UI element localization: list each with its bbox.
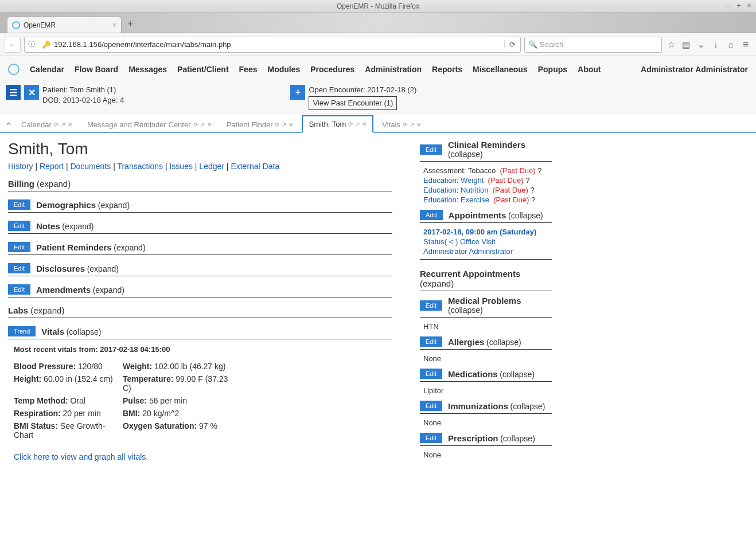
vital-cell: Respiration: 20 per min [14, 409, 123, 418]
section-demographics: Edit Demographics (expand) [8, 199, 392, 213]
menu-icon[interactable]: ≡ [740, 38, 751, 50]
edit-immunizations-button[interactable]: Edit [420, 401, 442, 411]
dob-line: DOB: 2013-02-18 Age: 4 [42, 95, 124, 105]
menu-patient-client[interactable]: Patient/Client [177, 65, 228, 74]
edit-notes-button[interactable]: Edit [8, 221, 30, 231]
view-all-vitals-link[interactable]: Click here to view and graph all vitals. [14, 452, 387, 461]
url-text: 192.168.1.156/openemr/interface/main/tab… [54, 40, 504, 49]
menu-about[interactable]: About [578, 65, 601, 74]
section-appointments: Add Appointments (collapse) [420, 210, 552, 223]
section-notes: Edit Notes (expand) [8, 221, 392, 234]
section-labs[interactable]: Labs (expand) [8, 306, 392, 318]
encounter-cluster: + Open Encounter: 2017-02-18 (2) View Pa… [290, 85, 416, 110]
back-button[interactable]: ← [5, 37, 21, 53]
pocket-icon[interactable]: ⌄ [695, 40, 707, 50]
reminder-item: Education: Weight (Past Due) ? [423, 176, 548, 185]
appointment-date[interactable]: 2017-02-18, 09:00 am (Saturday) [423, 228, 548, 236]
section-disclosures: Edit Disclosures (expand) [8, 263, 392, 276]
allergies-body: None [420, 350, 552, 363]
menu-modules[interactable]: Modules [267, 65, 300, 74]
add-appointment-button[interactable]: Add [420, 210, 443, 220]
menu-messages[interactable]: Messages [128, 65, 167, 74]
tabs-caret-icon[interactable]: ^ [5, 117, 13, 132]
prescription-body: None [420, 446, 552, 459]
lock-icon: 🔑 [38, 41, 54, 49]
tab-close-icon[interactable]: × [112, 21, 116, 29]
vital-cell: Blood Pressure: 120/80 [14, 362, 123, 371]
edit-prescription-button[interactable]: Edit [420, 433, 442, 443]
search-icon: 🔍 [528, 40, 537, 49]
section-amendments: Edit Amendments (expand) [8, 284, 392, 297]
maximize-icon[interactable]: + [735, 1, 742, 10]
appointment-provider[interactable]: Administrator Administrator [423, 247, 548, 256]
section-billing[interactable]: Billing (expand) [8, 179, 392, 191]
tab-vitals[interactable]: Vitals ⟳↗✕ [376, 116, 427, 132]
vitals-grid: Blood Pressure: 120/80Weight: 102.00 lb … [14, 362, 387, 440]
reminder-item: Education: Nutrition (Past Due) ? [423, 186, 548, 194]
os-title: OpenEMR - Mozilla Firefox [337, 2, 419, 10]
tab-message-center[interactable]: Message and Reminder Center ⟳↗✕ [81, 116, 218, 132]
edit-disclosures-button[interactable]: Edit [8, 263, 30, 273]
section-prescription: Edit Prescription (collapse) [420, 433, 552, 446]
tab-patient-finder[interactable]: Patient Finder ⟳↗✕ [220, 116, 300, 132]
search-box[interactable]: 🔍 Search [524, 37, 662, 53]
patient-close-button[interactable]: ✕ [24, 85, 39, 100]
link-ledger[interactable]: Ledger [199, 162, 224, 171]
popout-icon[interactable]: ↗ [61, 122, 65, 128]
link-report[interactable]: Report [40, 162, 64, 171]
url-bar[interactable]: ⓘ 🔑 192.168.1.156/openemr/interface/main… [24, 37, 521, 53]
library-icon[interactable]: ▤ [680, 40, 692, 50]
refresh-icon[interactable]: ⟳ [54, 122, 59, 128]
edit-medications-button[interactable]: Edit [420, 369, 442, 379]
browser-tab[interactable]: OpenEMR × [7, 17, 122, 33]
new-encounter-button[interactable]: + [290, 85, 305, 100]
browser-toolbar: ← ⓘ 🔑 192.168.1.156/openemr/interface/ma… [0, 33, 756, 56]
appointments-list: 2017-02-18, 09:00 am (Saturday) Status( … [420, 223, 552, 256]
bookmark-icon[interactable]: ☆ [665, 40, 677, 50]
menu-flow-board[interactable]: Flow Board [75, 65, 118, 74]
downloads-icon[interactable]: ↓ [710, 40, 722, 49]
edit-demographics-button[interactable]: Edit [8, 199, 30, 210]
current-user[interactable]: Administrator Administrator [641, 65, 748, 74]
section-vitals: Trend Vitals (collapse) [8, 326, 392, 339]
home-icon[interactable]: ⌂ [725, 40, 736, 49]
link-history[interactable]: History [8, 162, 33, 171]
vitals-heading: Most recent vitals from: 2017-02-18 04:1… [14, 345, 387, 354]
menu-administration[interactable]: Administration [365, 65, 422, 74]
link-issues[interactable]: Issues [169, 162, 192, 171]
patient-sublinks: History | Report | Documents | Transacti… [8, 162, 392, 171]
close-icon[interactable]: ✕ [68, 122, 72, 128]
menu-popups[interactable]: Popups [538, 65, 567, 74]
edit-allergies-button[interactable]: Edit [420, 336, 442, 347]
patient-list-button[interactable]: ☰ [6, 85, 21, 100]
new-tab-button[interactable]: + [127, 18, 134, 33]
reminder-item: Assessment: Tobacco (Past Due) ? [423, 166, 548, 175]
menu-procedures[interactable]: Procedures [310, 65, 354, 74]
content-area: Smith, Tom History | Report | Documents … [0, 133, 756, 474]
os-titlebar: OpenEMR - Mozilla Firefox — + × [0, 0, 756, 13]
edit-medical-problems-button[interactable]: Edit [420, 300, 442, 311]
menu-reports[interactable]: Reports [432, 65, 462, 74]
link-documents[interactable]: Documents [70, 162, 111, 171]
section-recurrent-appointments[interactable]: Recurrent Appointments (expand) [420, 269, 552, 291]
minimize-icon[interactable]: — [725, 1, 732, 10]
section-clinical-reminders: Edit Clinical Reminders (collapse) [420, 140, 552, 162]
past-encounter-button[interactable]: View Past Encounter (1) [309, 96, 397, 110]
edit-patient-reminders-button[interactable]: Edit [8, 242, 30, 252]
trend-vitals-button[interactable]: Trend [8, 326, 36, 336]
link-transactions[interactable]: Transactions [117, 162, 163, 171]
immunizations-body: None [420, 414, 552, 427]
appointment-status[interactable]: Status( < ) Office Visit [423, 237, 548, 246]
edit-amendments-button[interactable]: Edit [8, 284, 30, 295]
tab-smith-tom[interactable]: Smith, Tom ⟳↗✕ [302, 115, 373, 133]
close-icon[interactable]: × [746, 1, 753, 10]
vital-cell: Weight: 102.00 lb (46.27 kg) [123, 362, 237, 371]
edit-clinical-reminders-button[interactable]: Edit [420, 144, 442, 155]
openemr-logo-icon [12, 21, 20, 29]
menu-fees[interactable]: Fees [239, 65, 258, 74]
reload-icon[interactable]: ⟳ [504, 40, 520, 49]
tab-calendar[interactable]: Calendar ⟳↗✕ [15, 116, 79, 132]
menu-calendar[interactable]: Calendar [30, 65, 64, 74]
link-external-data[interactable]: External Data [231, 162, 279, 171]
menu-misc[interactable]: Miscellaneous [473, 65, 528, 74]
